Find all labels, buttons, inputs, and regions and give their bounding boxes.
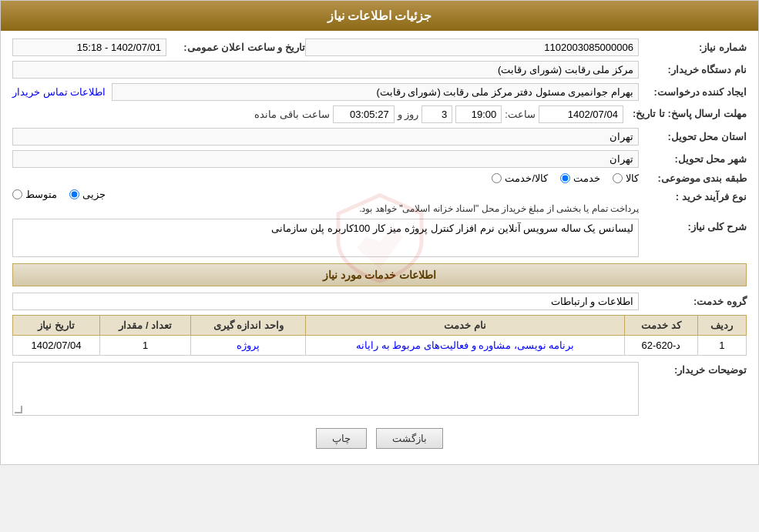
category-kala-khedmat-item: کالا/خدمت: [492, 172, 548, 184]
purchase-note: پرداخت تمام یا بخشی از مبلغ خریداز محل "…: [12, 203, 639, 214]
description-content: لیسانس یک ساله سرویس آنلاین نرم افزار کن…: [271, 223, 633, 234]
deadline-row: مهلت ارسال پاسخ: تا تاریخ: 1402/07/04 سا…: [12, 105, 747, 123]
request-number-value: 1102003085000006: [305, 38, 639, 56]
page-title: جزئیات اطلاعات نیاز: [327, 9, 432, 22]
page-wrapper: جزئیات اطلاعات نیاز شماره نیاز: 11020030…: [0, 0, 759, 465]
table-cell-unit: پروژه: [191, 336, 306, 356]
buyer-notes-field[interactable]: [12, 362, 639, 416]
buyer-org-row: نام دستگاه خریدار: مرکز ملی رقابت (شورای…: [12, 61, 747, 79]
content-area: شماره نیاز: 1102003085000006 تاریخ و ساع…: [1, 31, 758, 464]
requester-value: بهرام جوانمیری مسئول دفتر مرکز ملی رقابت…: [112, 83, 639, 101]
category-kala-khedmat-label: کالا/خدمت: [505, 172, 548, 184]
category-label: طبقه بندی موضوعی:: [639, 172, 747, 184]
buyer-notes-row: توضیحات خریدار:: [12, 362, 747, 416]
deadline-inner: 1402/07/04 ساعت: 19:00 3 روز و 03:05:27 …: [12, 105, 623, 123]
purchase-radios: متوسط جزیی: [12, 189, 639, 200]
category-khedmat-label: خدمت: [573, 172, 600, 184]
buyer-org-label: نام دستگاه خریدار:: [639, 64, 747, 75]
back-button[interactable]: بازگشت: [376, 428, 443, 449]
deadline-time-value: 19:00: [455, 105, 502, 123]
category-row: طبقه بندی موضوعی: کالا/خدمت خدمت کالا: [12, 172, 747, 184]
purchase-jozvi-label: جزیی: [82, 189, 106, 200]
description-label: شرح کلی نیاز:: [639, 219, 747, 233]
service-table: ردیف کد خدمت نام خدمت واحد اندازه گیری ت…: [12, 315, 747, 356]
province-value: تهران: [12, 128, 639, 146]
table-cell-row: 1: [697, 336, 746, 356]
table-cell-code: د-620-62: [625, 336, 698, 356]
city-row: شهر محل تحویل: تهران: [12, 150, 747, 168]
table-header-quantity: تعداد / مقدار: [100, 316, 191, 336]
table-header-code: کد خدمت: [625, 316, 698, 336]
table-header-name: نام خدمت: [306, 316, 625, 336]
table-header-date: تاریخ نیاز: [13, 316, 100, 336]
announce-datetime-value: 1402/07/01 - 15:18: [12, 38, 166, 56]
category-khedmat-radio[interactable]: [560, 173, 570, 183]
table-cell-name: برنامه نویسی، مشاوره و فعالیت‌های مربوط …: [306, 336, 625, 356]
category-radio-group: کالا/خدمت خدمت کالا: [492, 172, 639, 184]
deadline-remaining-label: ساعت باقی مانده: [254, 109, 329, 120]
purchase-type-row: نوع فرآیند خرید : متوسط جزیی پرداخت تمام…: [12, 189, 747, 214]
deadline-days-value: 3: [421, 105, 452, 123]
table-header-row: ردیف: [697, 316, 746, 336]
category-kala-khedmat-radio[interactable]: [492, 173, 502, 183]
purchase-jozvi-radio[interactable]: [69, 189, 79, 199]
group-service-label: گروه خدمت:: [639, 296, 747, 307]
requester-label: ایجاد کننده درخواست:: [639, 86, 747, 98]
city-label: شهر محل تحویل:: [639, 153, 747, 165]
description-field: لیسانس یک ساله سرویس آنلاین نرم افزار کن…: [12, 219, 639, 257]
deadline-label: مهلت ارسال پاسخ: تا تاریخ:: [626, 105, 747, 119]
group-service-row: گروه خدمت: اطلاعات و ارتباطات: [12, 293, 747, 310]
table-cell-date: 1402/07/04: [13, 336, 100, 356]
purchase-type-label: نوع فرآیند خرید :: [639, 189, 747, 202]
service-section-header: اطلاعات خدمات مورد نیاز: [12, 263, 747, 286]
resize-corner: [15, 406, 22, 413]
purchase-motavaset-item: متوسط: [12, 189, 57, 200]
category-kala-item: کالا: [613, 172, 639, 184]
category-khedmat-item: خدمت: [560, 172, 600, 184]
buyer-notes-label: توضیحات خریدار:: [639, 362, 747, 376]
deadline-days-label: روز و: [398, 109, 419, 120]
group-service-value: اطلاعات و ارتباطات: [12, 293, 639, 310]
buttons-row: بازگشت چاپ: [12, 420, 747, 457]
requester-contact-link[interactable]: اطلاعات تماس خریدار: [12, 86, 112, 98]
buyer-org-value: مرکز ملی رقابت (شورای رقابت): [12, 61, 639, 79]
deadline-remaining-value: 03:05:27: [333, 105, 395, 123]
table-header-unit: واحد اندازه گیری: [191, 316, 306, 336]
purchase-motavaset-radio[interactable]: [12, 189, 22, 199]
page-header: جزئیات اطلاعات نیاز: [1, 1, 758, 31]
requester-row: ایجاد کننده درخواست: بهرام جوانمیری مسئو…: [12, 83, 747, 101]
purchase-motavaset-label: متوسط: [25, 189, 57, 200]
request-number-label: شماره نیاز:: [639, 42, 747, 53]
purchase-type-inner: متوسط جزیی پرداخت تمام یا بخشی از مبلغ خ…: [12, 189, 639, 214]
deadline-time-label: ساعت:: [505, 109, 536, 120]
deadline-date-value: 1402/07/04: [539, 105, 623, 123]
purchase-jozvi-item: جزیی: [69, 189, 106, 200]
description-row: شرح کلی نیاز: لیسانس یک ساله سرویس آنلای…: [12, 219, 747, 257]
province-label: استان محل تحویل:: [639, 131, 747, 142]
category-kala-label: کالا: [626, 172, 639, 184]
request-number-row: شماره نیاز: 1102003085000006 تاریخ و ساع…: [12, 38, 747, 56]
city-value: تهران: [12, 150, 639, 168]
print-button[interactable]: چاپ: [316, 428, 367, 449]
category-kala-radio[interactable]: [613, 173, 623, 183]
province-row: استان محل تحویل: تهران: [12, 128, 747, 146]
announce-datetime-label: تاریخ و ساعت اعلان عمومی:: [166, 42, 305, 53]
table-cell-quantity: 1: [100, 336, 191, 356]
table-row: 1د-620-62برنامه نویسی، مشاوره و فعالیت‌ه…: [13, 336, 747, 356]
